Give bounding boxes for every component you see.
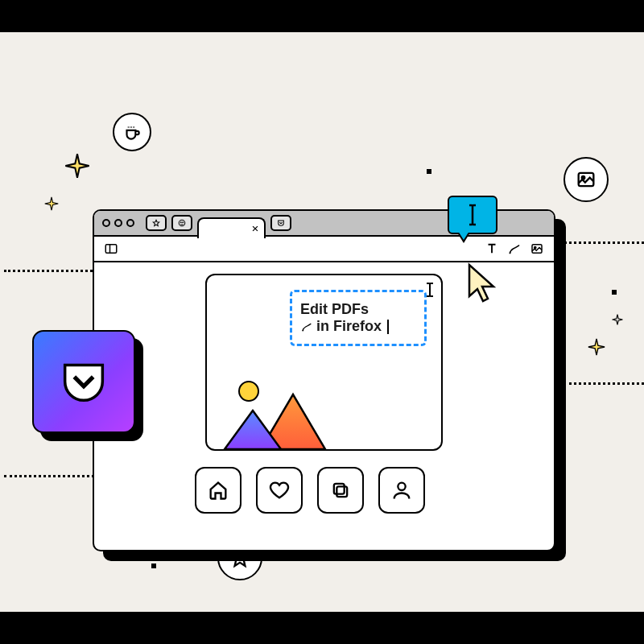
content-preview-card: Edit PDFs in Firefox <box>205 274 443 451</box>
edit-text-box[interactable]: Edit PDFs in Firefox <box>290 290 427 346</box>
sparkle-icon <box>64 153 90 179</box>
image-circle-icon <box>564 157 609 202</box>
svg-rect-11 <box>334 484 345 494</box>
svg-rect-5 <box>105 245 117 254</box>
active-tab[interactable] <box>197 217 266 238</box>
svg-point-2 <box>179 220 185 226</box>
text-tool-tooltip <box>448 196 497 234</box>
text-tool-icon[interactable] <box>485 242 499 256</box>
sparkle-icon <box>44 196 59 211</box>
draw-tool-icon[interactable] <box>507 242 522 256</box>
profile-button[interactable] <box>378 467 425 514</box>
favorite-button[interactable] <box>256 467 303 514</box>
copy-button[interactable] <box>317 467 364 514</box>
svg-point-3 <box>180 222 181 223</box>
svg-rect-10 <box>336 486 347 497</box>
svg-point-12 <box>398 483 405 490</box>
window-control[interactable] <box>114 219 122 227</box>
pocket-card[interactable] <box>32 330 135 433</box>
edit-line-1: Edit PDFs <box>300 301 424 318</box>
text-cursor-icon <box>463 203 482 227</box>
svg-point-4 <box>183 222 184 223</box>
edit-line-2: in Firefox <box>316 318 382 335</box>
cursor-icon <box>465 262 499 304</box>
sparkle-icon <box>588 338 605 356</box>
text-cursor <box>387 320 389 334</box>
home-button[interactable] <box>195 467 242 514</box>
sidebar-icon[interactable] <box>104 242 118 256</box>
pocket-icon <box>56 353 112 410</box>
tab-star[interactable] <box>146 215 167 231</box>
window-control[interactable] <box>126 219 134 227</box>
image-tool-icon[interactable] <box>530 242 544 256</box>
window-control[interactable] <box>102 219 110 227</box>
toolbar <box>94 237 554 262</box>
tab-emoji[interactable] <box>171 215 192 231</box>
sparkle-icon <box>612 314 623 325</box>
close-icon[interactable] <box>251 225 259 233</box>
tab-pocket[interactable] <box>270 215 291 231</box>
pen-icon <box>300 320 313 333</box>
mountains-illustration <box>217 386 345 451</box>
coffee-icon <box>113 113 151 151</box>
